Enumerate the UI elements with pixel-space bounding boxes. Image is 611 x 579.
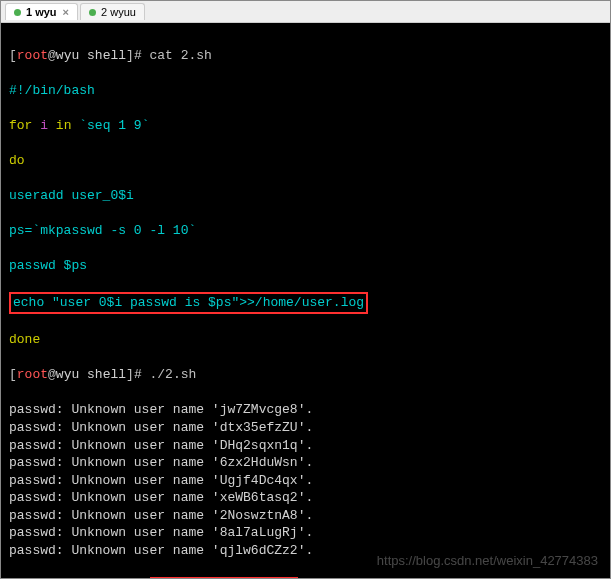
tab-index: 1	[26, 6, 32, 18]
passwd-output-line: passwd: Unknown user name 'DHq2sqxn1q'.	[9, 437, 602, 455]
cat-log-highlight: cat /home/user.log	[150, 577, 298, 578]
tab-label: wyu	[35, 6, 56, 18]
script-done: done	[9, 331, 602, 349]
command-text: ./2.sh	[150, 367, 197, 382]
passwd-output-line: passwd: Unknown user name '6zx2HduWsn'.	[9, 454, 602, 472]
script-echo-highlight: echo "user 0$i passwd is $ps">>/home/use…	[9, 292, 602, 314]
passwd-output-line: passwd: Unknown user name '2NoswztnA8'.	[9, 507, 602, 525]
script-useradd: useradd user_0$i	[9, 187, 602, 205]
tab-index: 2	[101, 6, 107, 18]
script-do: do	[9, 152, 602, 170]
script-for: for i in `seq 1 9`	[9, 117, 602, 135]
tab-bar: 1 wyu × 2 wyuu	[1, 1, 610, 23]
tab-1[interactable]: 1 wyu ×	[5, 3, 78, 20]
prompt-line: [root@wyu shell]# cat 2.sh	[9, 47, 602, 65]
passwd-output-line: passwd: Unknown user name 'jw7ZMvcge8'.	[9, 401, 602, 419]
passwd-output-line: passwd: Unknown user name 'dtx35efzZU'.	[9, 419, 602, 437]
command-text: cat 2.sh	[150, 48, 212, 63]
prompt-line: [root@wyu shell]# ./2.sh	[9, 366, 602, 384]
terminal-window: 1 wyu × 2 wyuu [root@wyu shell]# cat 2.s…	[0, 0, 611, 579]
passwd-output-line: passwd: Unknown user name 'qjlw6dCZz2'.	[9, 542, 602, 560]
status-dot-icon	[89, 9, 96, 16]
close-icon[interactable]: ×	[63, 6, 69, 18]
passwd-output-line: passwd: Unknown user name '8al7aLugRj'.	[9, 524, 602, 542]
passwd-output-line: passwd: Unknown user name 'xeWB6tasq2'.	[9, 489, 602, 507]
script-ps: ps=`mkpasswd -s 0 -l 10`	[9, 222, 602, 240]
tab-2[interactable]: 2 wyuu	[80, 3, 145, 20]
prompt-line: [root@wyu shell]# cat /home/user.log	[9, 577, 602, 578]
script-shebang: #!/bin/bash	[9, 82, 602, 100]
passwd-output-line: passwd: Unknown user name 'Ugjf4Dc4qx'.	[9, 472, 602, 490]
terminal-body[interactable]: [root@wyu shell]# cat 2.sh #!/bin/bash f…	[1, 23, 610, 578]
tab-label: wyuu	[110, 6, 136, 18]
status-dot-icon	[14, 9, 21, 16]
script-passwd: passwd $ps	[9, 257, 602, 275]
